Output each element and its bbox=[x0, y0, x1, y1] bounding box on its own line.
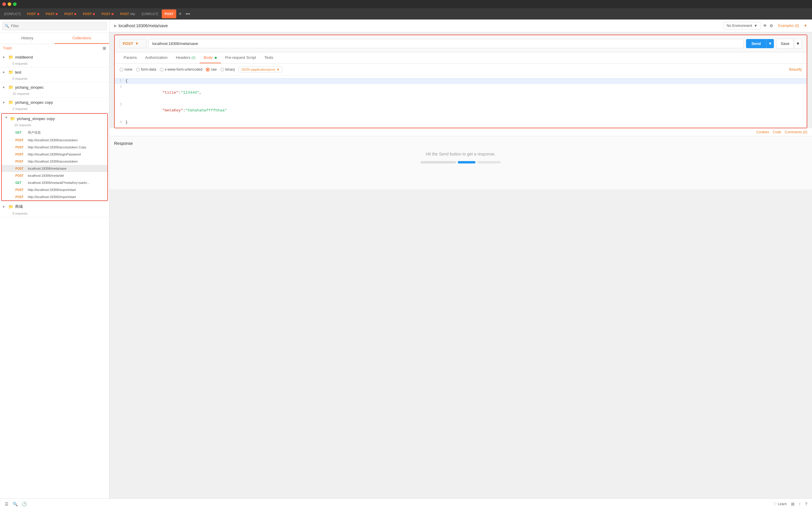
request-item-post-accesstoken[interactable]: POST http://localhost:18306/accesstoken bbox=[2, 137, 107, 144]
radio-urlencoded[interactable]: x-www-form-urlencoded bbox=[160, 67, 202, 71]
tab-conflict2[interactable]: [CONFLICT] bbox=[139, 9, 161, 18]
save-dropdown-button[interactable]: ▼ bbox=[794, 39, 802, 48]
tab-tests[interactable]: Tests bbox=[260, 52, 278, 63]
request-item-get-userinfo[interactable]: GET 用户信息 bbox=[2, 129, 107, 137]
collection-header-middleend[interactable]: ▶ 📁 middleend bbox=[0, 52, 109, 62]
add-tab-button[interactable]: + bbox=[177, 11, 183, 16]
share-icon[interactable]: ↑ bbox=[799, 502, 801, 506]
radio-form-data[interactable]: form-data bbox=[136, 67, 156, 71]
beautify-button[interactable]: Beautify bbox=[789, 67, 802, 71]
right-panel: ▶ localhost:18306/meta/save No Environme… bbox=[109, 20, 812, 498]
body-options: none form-data x-www-form-urlencoded raw… bbox=[115, 64, 807, 76]
examples-dropdown-arrow[interactable]: ▼ bbox=[804, 24, 807, 28]
method-badge-post: POST bbox=[15, 139, 26, 142]
learn-button[interactable]: ♡ Learn bbox=[774, 502, 787, 506]
expand-icon[interactable]: ▶ bbox=[114, 24, 117, 28]
comments-link[interactable]: Comments (0) bbox=[785, 130, 807, 134]
tab-post-http[interactable]: POST http bbox=[117, 9, 138, 18]
response-label: Response bbox=[114, 141, 807, 146]
footer-right: ♡ Learn ⊞ ↑ ? bbox=[774, 502, 808, 506]
collection-count: 0 requests bbox=[0, 77, 109, 82]
tab-params[interactable]: Params bbox=[120, 52, 141, 63]
folder-icon: 📁 bbox=[8, 85, 13, 90]
tab-history[interactable]: History bbox=[0, 33, 55, 44]
radio-binary[interactable]: binary bbox=[220, 67, 235, 71]
tab-http-label: http bbox=[130, 12, 135, 16]
close-dot[interactable] bbox=[2, 2, 6, 6]
request-item-post-export[interactable]: POST http://localhost:18306/export/start bbox=[2, 186, 107, 193]
tab-post5[interactable]: POST bbox=[98, 9, 117, 18]
grid-icon[interactable]: ⊞ bbox=[791, 502, 794, 506]
gear-icon[interactable]: ⚙ bbox=[770, 23, 773, 28]
examples-link[interactable]: Examples (0) bbox=[778, 24, 799, 28]
tab-prerequest[interactable]: Pre-request Script bbox=[221, 52, 260, 63]
help-icon[interactable]: ? bbox=[805, 502, 807, 506]
tab-post2[interactable]: POST bbox=[43, 9, 61, 18]
search-footer-icon[interactable]: 🔍 bbox=[13, 502, 18, 506]
tab-post4[interactable]: POST bbox=[80, 9, 98, 18]
sidebar-toggle-icon[interactable]: ☰ bbox=[5, 502, 8, 506]
tab-authorization[interactable]: Authorization bbox=[141, 52, 172, 63]
collection-header-test[interactable]: ▶ 📁 test bbox=[0, 67, 109, 77]
trash-button[interactable]: Trash bbox=[3, 46, 100, 50]
collection-yichang-sinopec-copy2-selected: ▶ 📁 yichang_sinopec copy 10 requests GET… bbox=[1, 113, 108, 201]
send-dropdown-button[interactable]: ▼ bbox=[766, 39, 774, 48]
history-footer-icon[interactable]: 🕐 bbox=[22, 502, 27, 506]
radio-none[interactable]: none bbox=[120, 67, 132, 71]
eye-icon[interactable]: 👁 bbox=[763, 23, 767, 28]
minimize-dot[interactable] bbox=[8, 2, 11, 6]
tab-post-active[interactable]: POST bbox=[162, 9, 176, 18]
response-panel: Response Hit the Send button to get a re… bbox=[109, 136, 812, 189]
cookies-link[interactable]: Cookies bbox=[756, 130, 769, 134]
request-item-post-import[interactable]: POST http://localhost:18306/import/start bbox=[2, 193, 107, 200]
radio-circle-none bbox=[120, 68, 123, 71]
code-line-1: 1 { bbox=[115, 78, 807, 84]
response-loading-bars bbox=[114, 161, 807, 164]
resp-bar-lgray bbox=[477, 161, 501, 164]
request-item-post-metasave[interactable]: POST localhost:18306/meta/save bbox=[2, 165, 107, 172]
request-url: http://localhost:18306/loginPassword bbox=[28, 152, 81, 156]
collection-header-yichang-sinopec-copy[interactable]: ▶ 📁 yichang_sinopec copy bbox=[0, 98, 109, 107]
search-icon: 🔍 bbox=[5, 24, 9, 28]
json-type-select[interactable]: JSON (application/json) ▼ bbox=[238, 67, 282, 72]
more-tabs-button[interactable]: ••• bbox=[184, 11, 192, 16]
code-line-3: 3 "metaKey":"hahahahaffffhhaa" bbox=[115, 102, 807, 120]
collection-header-shangcheng[interactable]: ▶ 📁 商城 bbox=[0, 202, 109, 212]
chevron-icon: ▶ bbox=[3, 205, 6, 208]
resp-bar-blue bbox=[458, 161, 476, 164]
response-empty-message: Hit the Send button to get a response. bbox=[114, 151, 807, 156]
request-item-post-accesstoken2[interactable]: POST http://localhost:18306/accesstoken bbox=[2, 158, 107, 165]
request-url: localhost:18306/meta/all?metaKey=partn..… bbox=[28, 181, 90, 184]
folder-icon: 📁 bbox=[8, 70, 13, 74]
method-select[interactable]: POST ▼ bbox=[120, 39, 146, 48]
url-input[interactable] bbox=[149, 39, 744, 48]
save-button[interactable]: Save bbox=[776, 39, 794, 48]
tab-dot bbox=[56, 13, 58, 15]
request-item-post-loginpassword[interactable]: POST http://localhost:18306/loginPasswor… bbox=[2, 151, 107, 158]
collection-header-yichang-sinopec-copy2[interactable]: ▶ 📁 yichang_sinopec copy bbox=[2, 114, 107, 123]
collection-header-yichang-sinopec[interactable]: ▶ 📁 yichang_sinopec bbox=[0, 82, 109, 92]
new-collection-button[interactable]: ⊞ bbox=[103, 46, 106, 50]
request-url: localhost:18306/meta/del bbox=[28, 174, 64, 177]
send-button[interactable]: Send bbox=[746, 39, 766, 48]
request-path: ▶ localhost:18306/meta/save bbox=[114, 23, 168, 28]
radio-raw[interactable]: raw bbox=[206, 67, 217, 71]
code-editor[interactable]: 1 { 2 "title":"123444", 3 "metaKey":"hah… bbox=[115, 76, 807, 128]
request-item-get-metaall[interactable]: GET localhost:18306/meta/all?metaKey=par… bbox=[2, 179, 107, 186]
json-type-dropdown-arrow: ▼ bbox=[277, 68, 280, 71]
tab-collections[interactable]: Collections bbox=[55, 33, 109, 44]
tab-headers[interactable]: Headers (2) bbox=[172, 52, 200, 63]
tab-post1[interactable]: POST bbox=[24, 9, 42, 18]
request-item-post-accesstoken-copy[interactable]: POST http://localhost:18306/accesstoken … bbox=[2, 144, 107, 151]
tab-dot bbox=[37, 13, 39, 15]
request-item-post-metadel[interactable]: POST localhost:18306/meta/del bbox=[2, 172, 107, 179]
env-dropdown[interactable]: No Environment ▼ bbox=[723, 22, 760, 30]
search-input[interactable] bbox=[2, 22, 107, 30]
tab-body[interactable]: Body bbox=[200, 52, 221, 63]
tab-post3[interactable]: POST bbox=[61, 9, 79, 18]
code-link[interactable]: Code bbox=[773, 130, 781, 134]
method-badge-get: GET bbox=[15, 181, 26, 184]
sidebar-content: ▶ 📁 middleend 0 requests ▶ 📁 test 0 requ… bbox=[0, 52, 109, 498]
maximize-dot[interactable] bbox=[13, 2, 17, 6]
tab-conflict1[interactable]: [CONFLICT] bbox=[1, 9, 24, 18]
